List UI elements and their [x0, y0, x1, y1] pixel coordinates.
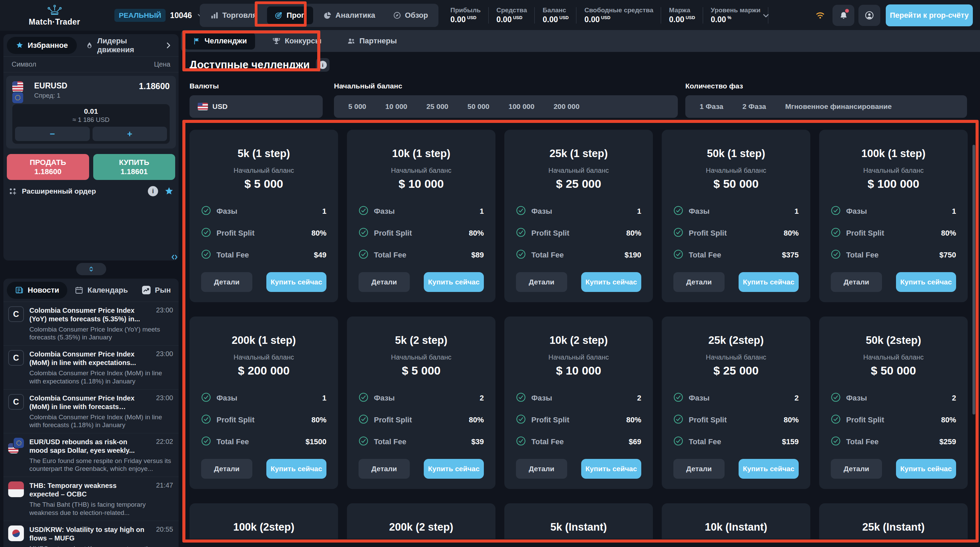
prop-tab-конкурсы[interactable]: Конкурсы [264, 32, 330, 49]
prop-tab-партнеры[interactable]: Партнеры [339, 32, 405, 49]
volume-decrease-button[interactable]: − [15, 127, 90, 141]
balance-filter: Начальный баланс 5 00010 00025 00050 000… [334, 82, 678, 118]
details-button[interactable]: Детали [516, 272, 567, 292]
news-item[interactable]: EUR/USD rebounds as risk-on mood saps Do… [3, 433, 178, 477]
details-button[interactable]: Детали [831, 459, 882, 479]
details-button[interactable]: Детали [358, 272, 410, 292]
news-tab[interactable]: Рын [135, 282, 177, 299]
buy-now-button[interactable]: Купить сейчас [738, 272, 799, 292]
buy-now-button[interactable]: Купить сейчас [266, 272, 326, 292]
profile-button[interactable] [858, 5, 880, 26]
news-item[interactable]: C Colombia Consumer Price Index (MoM) in… [3, 345, 178, 389]
check-circle-icon [831, 414, 841, 425]
scrollbar-thumb[interactable] [972, 145, 975, 415]
nav-tab-торговля[interactable]: Торговля [203, 6, 264, 24]
challenge-title: 5k (2 step) [358, 334, 484, 347]
nav-tab-проп[interactable]: Проп [267, 6, 313, 24]
check-circle-icon [516, 249, 526, 261]
app-logo: Match·Trader [18, 2, 91, 30]
news-tab-label: Рын [155, 286, 171, 295]
title-info-icon[interactable]: i [316, 58, 329, 72]
check-circle-icon [358, 205, 368, 217]
account-stat: Прибыль 0.00USD [442, 0, 488, 31]
instrument-card[interactable]: EURUSD Спред: 1 1.18600 0.01 ≈ 1 186 USD… [6, 76, 176, 148]
people-icon [347, 37, 355, 45]
watchlist-tab[interactable]: Лидеры движения [79, 37, 162, 54]
advanced-order-row[interactable]: Расширенный ордер i [8, 186, 174, 196]
challenges-grid: 5k (1 step) Начальный баланс $ 5 000 Фаз… [189, 130, 980, 539]
buy-button[interactable]: КУПИТЬ 1.18601 [93, 154, 175, 180]
brand-text: Match·Trader [29, 17, 80, 27]
column-price: Цена [154, 60, 170, 68]
check-circle-icon [673, 249, 683, 261]
watchlist-tab[interactable]: Избранное [7, 37, 77, 54]
watchlist-tabs: Избранное Лидеры движения [3, 34, 178, 57]
phases-option[interactable]: Мгновенное финансирование [775, 102, 901, 111]
account-selector[interactable]: РЕАЛЬНЫЙ 10046 [115, 0, 204, 31]
buy-now-button[interactable]: Купить сейчас [896, 272, 956, 292]
volume-stepper: 0.01 ≈ 1 186 USD − + [12, 104, 170, 144]
phases-row: Фазы 2 [673, 392, 799, 404]
news-tab[interactable]: Календарь [68, 282, 134, 299]
details-button[interactable]: Детали [673, 459, 725, 479]
buy-now-button[interactable]: Купить сейчас [581, 459, 641, 479]
sell-button[interactable]: ПРОДАТЬ 1.18600 [7, 154, 89, 180]
buy-now-button[interactable]: Купить сейчас [738, 459, 799, 479]
news-item[interactable]: USD/KRW: Volatility to stay high on flow… [3, 521, 178, 547]
details-button[interactable]: Детали [831, 272, 882, 292]
currency-filter-pill[interactable]: USD [189, 95, 323, 118]
check-circle-icon [358, 249, 368, 261]
calendar-icon [75, 286, 83, 294]
details-button[interactable]: Детали [201, 272, 252, 292]
profit-split-row: Profit Split 80% [201, 414, 326, 425]
nav-tab-аналитика[interactable]: Аналитика [316, 6, 382, 24]
details-button[interactable]: Детали [516, 459, 567, 479]
phases-option[interactable]: 2 Фаза [733, 102, 775, 111]
prop-section-tabs: Челленджи Конкурсы Партнеры [181, 30, 980, 52]
chevron-right-icon[interactable] [164, 41, 175, 49]
details-button[interactable]: Детали [201, 459, 252, 479]
buy-now-button[interactable]: Купить сейчас [896, 459, 956, 479]
nav-tab-обзор[interactable]: Обзор [385, 6, 436, 24]
phases-option[interactable]: 1 Фаза [690, 102, 733, 111]
watchlist-panel: Избранное Лидеры движения Символ Цена EU… [3, 34, 178, 261]
stat-label: Прибыль [450, 6, 481, 14]
prop-tab-челленджи[interactable]: Челленджи [185, 32, 255, 49]
go-to-prop-account-button[interactable]: Перейти к prop-счёту [886, 5, 973, 26]
news-summary: The Euro found some respite on Friday ve… [29, 457, 173, 472]
total-fee-row: Total Fee $89 [358, 249, 484, 261]
balance-option-100000[interactable]: 100 000 [499, 102, 544, 111]
details-button[interactable]: Детали [673, 272, 725, 292]
nav-tab-label: Торговля [222, 11, 257, 20]
buy-now-button[interactable]: Купить сейчас [581, 272, 641, 292]
challenge-title: 200k (1 step) [201, 334, 326, 347]
news-item[interactable]: C Colombia Consumer Price Index (MoM) in… [3, 390, 178, 433]
news-tab[interactable]: Новости [7, 282, 67, 299]
stats-chevron-down-icon[interactable] [762, 11, 770, 22]
sidebar-collapse-handle[interactable] [170, 253, 179, 263]
balance-option-10000[interactable]: 10 000 [376, 102, 417, 111]
total-fee-row: Total Fee $69 [516, 436, 641, 447]
balance-option-200000[interactable]: 200 000 [544, 102, 589, 111]
notifications-button[interactable] [832, 5, 854, 26]
volume-increase-button[interactable]: + [92, 127, 167, 141]
buy-now-button[interactable]: Купить сейчас [266, 459, 326, 479]
account-stat: Средства 0.00USD [488, 0, 535, 31]
challenge-card: 10k (Instant) Начальный баланс Фазы Prof… [662, 503, 810, 539]
buy-now-button[interactable]: Купить сейчас [424, 459, 484, 479]
flame-icon [86, 42, 93, 49]
favorite-star-icon[interactable] [164, 186, 174, 196]
buy-now-button[interactable]: Купить сейчас [424, 272, 484, 292]
initial-balance-label: Начальный баланс [358, 167, 484, 175]
letter-c-icon: C [8, 350, 24, 366]
details-button[interactable]: Детали [358, 459, 410, 479]
watchlist-tab-label: Лидеры движения [97, 37, 155, 54]
balance-option-5000[interactable]: 5 000 [339, 102, 376, 111]
info-icon[interactable]: i [148, 186, 158, 196]
balance-option-25000[interactable]: 25 000 [417, 102, 458, 111]
news-item[interactable]: C Colombia Consumer Price Index (YoY) me… [3, 302, 178, 345]
panel-resize-handle[interactable] [76, 263, 106, 275]
news-item[interactable]: THB: Temporary weakness expected – OCBC … [3, 477, 178, 521]
challenge-card: 100k (1 step) Начальный баланс $ 100 000… [819, 130, 968, 302]
balance-option-50000[interactable]: 50 000 [458, 102, 499, 111]
